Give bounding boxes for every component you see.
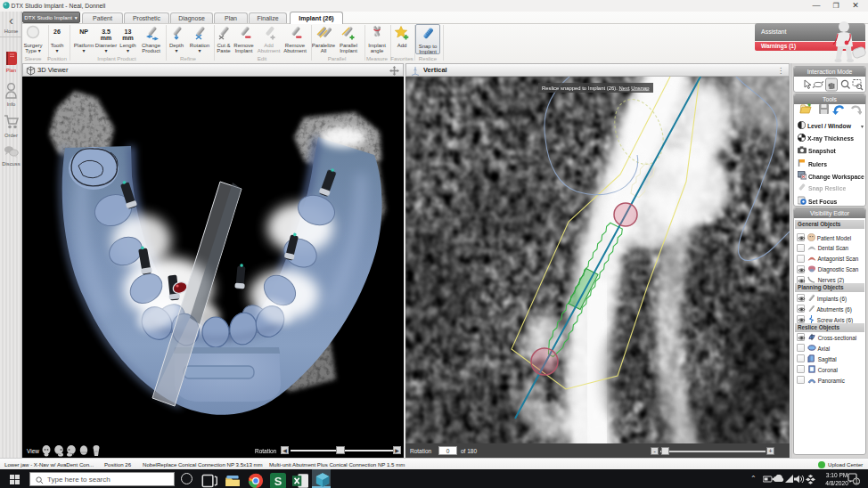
svg-text:1: 1	[855, 478, 858, 484]
svg-text:S: S	[274, 475, 283, 488]
svg-text:Reslice snapped to Implant (26: Reslice snapped to Implant (26). Next Un…	[542, 85, 650, 91]
